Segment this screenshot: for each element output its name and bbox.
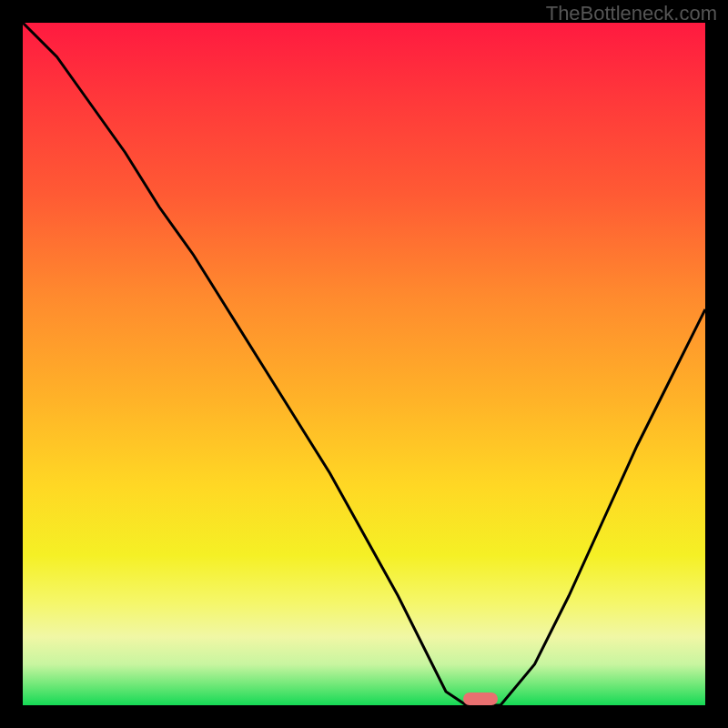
plot-area	[23, 23, 705, 705]
watermark-text: TheBottleneck.com	[546, 2, 717, 25]
bottleneck-curve	[23, 23, 705, 705]
chart-container: TheBottleneck.com	[0, 0, 728, 728]
optimal-marker	[463, 693, 498, 705]
